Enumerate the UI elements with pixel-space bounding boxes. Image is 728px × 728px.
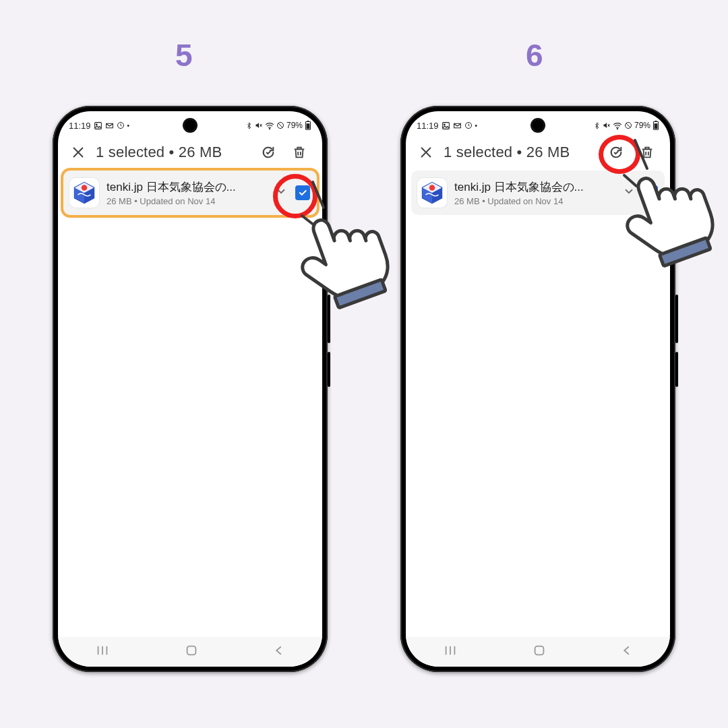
svg-rect-24 (655, 123, 658, 129)
svg-point-18 (444, 124, 445, 125)
svg-point-27 (429, 185, 435, 191)
step-number-5: 5 (175, 37, 193, 73)
svg-rect-17 (442, 122, 449, 129)
app-meta: 26 MB • Updated on Nov 14 (454, 196, 615, 206)
svg-point-20 (617, 129, 617, 129)
nav-back-icon[interactable] (621, 644, 633, 659)
image-icon (94, 121, 102, 130)
svg-rect-0 (94, 122, 101, 129)
gmail-icon (453, 121, 462, 130)
image-icon (442, 121, 450, 130)
svg-rect-30 (535, 646, 544, 655)
svg-point-1 (96, 124, 97, 125)
battery-pct: 79% (634, 121, 650, 130)
bluetooth-icon (593, 122, 601, 129)
svg-point-10 (82, 185, 88, 191)
nav-home-icon[interactable] (532, 643, 547, 661)
chevron-down-icon[interactable] (274, 185, 289, 200)
app-checkbox[interactable] (295, 185, 310, 200)
update-button[interactable] (255, 139, 282, 166)
selection-title: 1 selected • 26 MB (96, 144, 251, 161)
app-meta: 26 MB • Updated on Nov 14 (107, 196, 267, 206)
app-checkbox[interactable] (643, 185, 658, 200)
battery-icon (305, 121, 311, 130)
close-button[interactable] (65, 139, 92, 166)
app-name: tenki.jp 日本気象協会の... (107, 179, 267, 195)
app-icon (69, 177, 100, 208)
close-button[interactable] (413, 139, 439, 166)
nav-home-icon[interactable] (184, 643, 199, 661)
svg-rect-13 (187, 646, 196, 655)
battery-icon (653, 121, 659, 130)
status-time: 11:19 (69, 121, 91, 131)
nav-recent-icon[interactable] (443, 644, 458, 659)
chevron-down-icon[interactable] (621, 185, 636, 200)
delete-button[interactable] (286, 139, 313, 166)
clock-icon (117, 121, 125, 129)
wifi-icon (613, 121, 622, 129)
android-nav-bar (58, 637, 322, 667)
update-button[interactable] (603, 139, 630, 166)
step-number-6: 6 (526, 37, 543, 73)
app-icon (417, 177, 448, 208)
mute-icon (603, 121, 611, 129)
selection-header: 1 selected • 26 MB (58, 134, 322, 171)
bluetooth-icon (245, 122, 253, 129)
svg-rect-23 (655, 121, 657, 121)
svg-rect-6 (307, 121, 309, 121)
wifi-icon (265, 121, 274, 129)
selection-title: 1 selected • 26 MB (444, 144, 599, 161)
status-bar: 11:19 • (58, 111, 322, 134)
nav-recent-icon[interactable] (95, 644, 110, 659)
svg-point-3 (269, 129, 270, 129)
mute-icon (255, 121, 263, 129)
selection-header: 1 selected • 26 MB (406, 134, 670, 171)
svg-rect-16 (334, 280, 386, 308)
battery-pct: 79% (286, 121, 303, 130)
phone-step-5: 11:19 • (53, 106, 328, 672)
app-list-item[interactable]: tenki.jp 日本気象協会の... 26 MB • Updated on N… (63, 171, 317, 215)
clock-icon (464, 121, 473, 129)
status-time: 11:19 (417, 121, 439, 131)
phone-step-6: 11:19 • (400, 106, 675, 672)
app-list-item[interactable]: tenki.jp 日本気象協会の... 26 MB • Updated on N… (411, 171, 665, 215)
app-name: tenki.jp 日本気象協会の... (454, 179, 615, 195)
no-sim-icon (276, 121, 284, 129)
delete-button[interactable] (634, 139, 661, 166)
svg-rect-7 (307, 123, 310, 129)
gmail-icon (105, 121, 114, 130)
status-more-dot: • (127, 122, 130, 129)
status-more-dot: • (475, 122, 478, 129)
status-bar: 11:19 • (406, 111, 670, 134)
nav-back-icon[interactable] (273, 644, 285, 659)
no-sim-icon (624, 121, 632, 129)
android-nav-bar (406, 637, 670, 667)
